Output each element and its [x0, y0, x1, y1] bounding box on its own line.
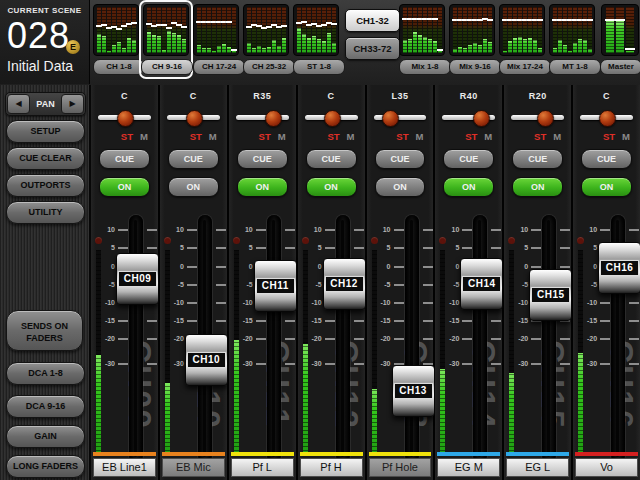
sends-on-faders-button[interactable]: SENDS ON FADERS: [6, 310, 83, 351]
fader-scale-tick: [118, 320, 128, 322]
meter-bank-mix-17-24[interactable]: Mix 17-24: [499, 4, 545, 75]
fader-cap-ch12[interactable]: CH12: [323, 258, 366, 310]
meter-bank-ch-1-8[interactable]: CH 1-8: [93, 4, 139, 75]
bank-button-ch33-72[interactable]: CH33-72: [345, 37, 400, 60]
channel-name-ch10[interactable]: EB Mic: [162, 458, 225, 477]
meter-bank-tab-mt-1-8[interactable]: MT 1-8: [549, 59, 601, 75]
pan-slider-ch15[interactable]: [511, 115, 564, 120]
fader-scale-label: 0: [229, 263, 253, 270]
cue-clear-button[interactable]: CUE CLEAR: [6, 147, 85, 170]
on-button-ch15[interactable]: ON: [512, 177, 563, 197]
channel-name-ch14[interactable]: EG M: [437, 458, 500, 477]
cue-button-ch12[interactable]: CUE: [306, 149, 357, 169]
pan-knob-ch11[interactable]: [265, 110, 282, 127]
pan-slider-ch13[interactable]: [374, 115, 427, 120]
meter-bank-ch-9-16[interactable]: CH 9-16: [139, 0, 193, 79]
fader-cap-ch10[interactable]: CH10: [185, 334, 228, 386]
fader-scale-tick: [423, 302, 433, 304]
pan-knob-ch14[interactable]: [473, 110, 490, 127]
on-button-ch10[interactable]: ON: [168, 177, 219, 197]
pan-right-arrow-button[interactable]: ▶: [61, 94, 84, 114]
cue-button-ch16[interactable]: CUE: [581, 149, 632, 169]
pan-knob-ch10[interactable]: [186, 110, 203, 127]
channel-name-ch09[interactable]: EB Line1: [93, 458, 156, 477]
pan-slider-ch09[interactable]: [98, 115, 151, 120]
gain-button[interactable]: GAIN: [6, 425, 85, 448]
meter-bank-tab-st-1-8[interactable]: ST 1-8: [293, 59, 345, 75]
channel-name-ch15[interactable]: EG L: [506, 458, 569, 477]
on-button-ch16[interactable]: ON: [581, 177, 632, 197]
meter-bar: [277, 7, 281, 53]
fader-cap-ch14[interactable]: CH14: [460, 258, 503, 310]
meter-bank-tab-mix-9-16[interactable]: Mix 9-16: [449, 59, 501, 75]
pan-slider-ch11[interactable]: [236, 115, 289, 120]
channel-name-ch11[interactable]: Pf L: [231, 458, 294, 477]
meter-bank-tab-ch-25-32[interactable]: CH 25-32: [243, 59, 295, 75]
channel-name-ch13[interactable]: Pf Hole: [369, 458, 432, 477]
on-button-ch13[interactable]: ON: [375, 177, 426, 197]
pan-knob-ch09[interactable]: [117, 110, 134, 127]
meter-bank-mix-1-8[interactable]: Mix 1-8: [399, 4, 445, 75]
long-faders-button[interactable]: LONG FADERS: [6, 455, 85, 478]
fader-track-ch11[interactable]: [267, 215, 281, 462]
meter-bank-tab-ch-17-24[interactable]: CH 17-24: [193, 59, 245, 75]
meter-bar: [503, 7, 507, 53]
pan-slider-ch12[interactable]: [305, 115, 358, 120]
meter-bank-ch-17-24[interactable]: CH 17-24: [193, 4, 239, 75]
pan-knob-ch15[interactable]: [537, 110, 554, 127]
fader-track-ch15[interactable]: [542, 215, 556, 462]
meter-bank-mt-1-8[interactable]: MT 1-8: [549, 4, 595, 75]
meter-bank-tab-mix-1-8[interactable]: Mix 1-8: [399, 59, 451, 75]
utility-button[interactable]: UTILITY: [6, 201, 85, 224]
fader-cap-ch11[interactable]: CH11: [254, 260, 297, 312]
pan-knob-ch12[interactable]: [324, 110, 341, 127]
fader-cap-label-ch09: CH09: [118, 271, 157, 287]
cue-button-ch14[interactable]: CUE: [443, 149, 494, 169]
fader-cap-ch09[interactable]: CH09: [116, 253, 159, 305]
pan-left-arrow-button[interactable]: ◀: [7, 94, 30, 114]
pan-knob-ch13[interactable]: [382, 110, 399, 127]
channel-color-bar-ch10: [162, 452, 225, 456]
meter-bank-tab-ch-1-8[interactable]: CH 1-8: [93, 59, 145, 75]
fader-cap-ch16[interactable]: CH16: [598, 242, 640, 294]
dca-9-16-button[interactable]: DCA 9-16: [6, 395, 85, 418]
fader-cap-ch15[interactable]: CH15: [529, 269, 572, 321]
meter-bank-tab-mix-17-24[interactable]: Mix 17-24: [499, 59, 551, 75]
fader-cap-ch13[interactable]: CH13: [392, 365, 435, 417]
channel-name-ch16[interactable]: Vo: [575, 458, 638, 477]
stereo-assign-indicator: ST: [121, 131, 133, 142]
pan-knob-ch16[interactable]: [599, 110, 616, 127]
meter-bar: [262, 7, 266, 53]
on-button-ch09[interactable]: ON: [99, 177, 150, 197]
on-button-ch14[interactable]: ON: [443, 177, 494, 197]
meter-bar-segments: [162, 7, 166, 53]
meter-bank-master[interactable]: Master: [600, 4, 640, 75]
meter-bank-tab-master[interactable]: Master: [600, 59, 640, 75]
on-button-ch12[interactable]: ON: [306, 177, 357, 197]
fader-position-mark: [615, 19, 625, 21]
pan-slider-ch14[interactable]: [442, 115, 495, 120]
fader-track-ch12[interactable]: [336, 215, 350, 462]
dca-1-8-button[interactable]: DCA 1-8: [6, 362, 85, 385]
meter-bar-segments: [553, 7, 557, 53]
fader-track-ch14[interactable]: [473, 215, 487, 462]
meter-bank-mix-9-16[interactable]: Mix 9-16: [449, 4, 495, 75]
meter-bank-tab-ch-9-16[interactable]: CH 9-16: [141, 59, 193, 75]
meter-bank-ch-25-32[interactable]: CH 25-32: [243, 4, 289, 75]
cue-button-ch10[interactable]: CUE: [168, 149, 219, 169]
meter-bar-segments: [212, 7, 216, 53]
cue-button-ch09[interactable]: CUE: [99, 149, 150, 169]
fader-track-ch13[interactable]: [405, 215, 419, 462]
pan-slider-ch16[interactable]: [580, 115, 633, 120]
bank-button-ch1-32[interactable]: CH1-32: [345, 9, 400, 32]
meter-bank-st-1-8[interactable]: ST 1-8: [293, 4, 339, 75]
channel-name-ch12[interactable]: Pf H: [300, 458, 363, 477]
top-bar: CURRENT SCENE 028 E Initial Data CH 1-8C…: [0, 0, 640, 86]
cue-button-ch11[interactable]: CUE: [237, 149, 288, 169]
pan-slider-ch10[interactable]: [167, 115, 220, 120]
on-button-ch11[interactable]: ON: [237, 177, 288, 197]
cue-button-ch13[interactable]: CUE: [375, 149, 426, 169]
outports-button[interactable]: OUTPORTS: [6, 174, 85, 197]
cue-button-ch15[interactable]: CUE: [512, 149, 563, 169]
setup-button[interactable]: SETUP: [6, 120, 85, 143]
